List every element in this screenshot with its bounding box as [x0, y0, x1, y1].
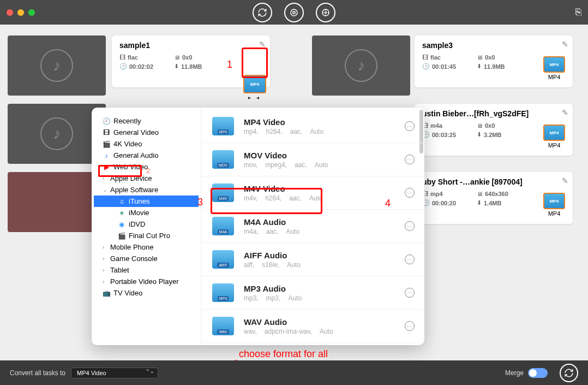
maximize-window-button[interactable]	[28, 9, 35, 16]
mp4-badge-icon: MP4	[543, 56, 565, 73]
sidebar-fcp[interactable]: 🎬Final Cut Pro	[92, 230, 201, 241]
format-icon: M4A	[211, 215, 235, 237]
thumbnail-sample3[interactable]	[312, 35, 410, 96]
format-icon: MP4	[211, 115, 235, 137]
audio-icon: ♪	[103, 152, 110, 159]
library-icon[interactable]: ⎘	[575, 7, 581, 18]
format-icon: MP3	[211, 282, 235, 304]
sidebar-mobile-phone[interactable]: ›Mobile Phone	[92, 241, 201, 253]
music-icon	[345, 49, 377, 82]
format-title: MP3 Audio	[244, 284, 396, 293]
chevron-right-icon: ›	[103, 244, 107, 250]
svg-point-1	[291, 9, 297, 16]
mp4-badge-icon: MP4	[543, 193, 565, 209]
sidebar-idvd[interactable]: ◉iDVD	[92, 218, 201, 230]
edit-icon[interactable]: ✎	[259, 40, 266, 49]
format-label: 🎞m4a	[422, 122, 471, 129]
output-format-button[interactable]: MP4 ▸ ◂	[243, 75, 266, 101]
sidebar-itunes[interactable]: ♫iTunes	[94, 196, 199, 207]
svg-point-0	[293, 11, 296, 14]
format-row-m4a-audio[interactable]: M4A M4A Audio m4a,aac,Auto ⋯	[201, 210, 424, 243]
format-codecs: mp4,h264,aac,Auto	[244, 128, 396, 135]
format-codecs: m4a,aac,Auto	[244, 228, 396, 235]
media-tab-icon[interactable]	[316, 3, 335, 22]
sidebar-game-console[interactable]: ›Game Console	[92, 253, 201, 264]
format-codecs: mp3,mp3,Auto	[244, 294, 396, 302]
resolution-label: 🖥640x360	[477, 191, 526, 197]
dropdown-indicator: ▸ ◂	[243, 94, 266, 100]
more-options-icon[interactable]: ⋯	[405, 321, 415, 331]
format-row-mp4-video[interactable]: MP4 MP4 Video mp4,h264,aac,Auto ⋯	[201, 110, 424, 143]
annotation-number-2: 2	[146, 167, 150, 175]
format-icon: M4V	[211, 182, 235, 204]
output-format-button[interactable]: MP4 MP4	[543, 125, 565, 149]
format-picker-popup: 🕘Recently 🎞General Video 🎬4K Video ♪Gene…	[92, 108, 424, 345]
sidebar-recently[interactable]: 🕘Recently	[92, 115, 201, 127]
output-format-button[interactable]: MP4 MP4	[543, 193, 565, 217]
sidebar-general-video[interactable]: 🎞General Video	[92, 127, 201, 138]
annotation-number-4: 4	[385, 198, 391, 209]
output-format-button[interactable]: MP4 MP4	[543, 56, 565, 80]
sidebar-apple-software[interactable]: ⌄Apple Software	[92, 184, 201, 196]
more-options-icon[interactable]: ⋯	[405, 288, 415, 298]
itunes-icon: ♫	[118, 198, 125, 205]
card-title: uby Short -…ankie [897004]	[422, 177, 531, 186]
format-row-wav-audio[interactable]: WAV WAV Audio wav,adpcm-ima-wav,Auto ⋯	[201, 310, 424, 343]
size-label: ⬇1.4MB	[477, 199, 526, 206]
convert-tab-icon[interactable]	[253, 3, 272, 22]
mp4-badge-icon: MP4	[243, 75, 266, 93]
chevron-right-icon: ›	[103, 267, 107, 273]
output-format-label: MP4	[543, 142, 565, 149]
format-icon: MOV	[211, 149, 235, 170]
close-window-button[interactable]	[7, 9, 13, 16]
start-convert-button[interactable]	[560, 364, 578, 382]
annotation-number-1: 1	[227, 59, 232, 70]
format-codecs: wav,adpcm-ima-wav,Auto	[244, 328, 396, 335]
sidebar-tablet[interactable]: ›Tablet	[92, 264, 201, 276]
convert-all-format-select[interactable]: MP4 Video	[71, 368, 158, 378]
4k-icon: 🎬	[103, 140, 110, 148]
chevron-right-icon: ›	[103, 279, 107, 285]
more-options-icon[interactable]: ⋯	[405, 254, 415, 264]
sidebar-tv-video[interactable]: 📺TV Video	[92, 287, 201, 299]
sidebar-4k-video[interactable]: 🎬4K Video	[92, 138, 201, 150]
more-options-icon[interactable]: ⋯	[405, 221, 415, 231]
more-options-icon[interactable]: ⋯	[405, 188, 415, 198]
idvd-icon: ◉	[118, 221, 125, 228]
sidebar-general-audio[interactable]: ♪General Audio	[92, 150, 201, 161]
thumbnail-sample1[interactable]	[8, 35, 106, 96]
resolution-label: 🖥0x0	[477, 122, 526, 129]
sidebar-imovie[interactable]: ★iMovie	[92, 207, 201, 218]
sidebar-portable-video-player[interactable]: ›Portable Video Player	[92, 276, 201, 287]
format-list[interactable]: MP4 MP4 Video mp4,h264,aac,Auto ⋯ MOV MO…	[201, 108, 424, 345]
output-format-label: MP4	[543, 74, 565, 80]
titlebar: ⎘	[0, 0, 588, 25]
format-row-aiff-audio[interactable]: AIFF AIFF Audio aiff,s16le,Auto ⋯	[201, 243, 424, 276]
format-row-mov-video[interactable]: MOV MOV Video mov,mpeg4,aac,Auto ⋯	[201, 143, 424, 176]
fcp-icon: 🎬	[118, 232, 125, 240]
card-title: sample3	[422, 41, 531, 50]
format-title: WAV Audio	[244, 317, 396, 327]
tv-icon: 📺	[103, 289, 110, 297]
thumbnail-sample2[interactable]	[8, 104, 106, 164]
duration-label: 🕒00:02:02	[119, 63, 169, 70]
chevron-down-icon: ⌄	[103, 187, 107, 193]
merge-toggle[interactable]	[528, 368, 548, 378]
edit-icon[interactable]: ✎	[562, 108, 568, 117]
format-title: MP4 Video	[244, 117, 396, 127]
more-options-icon[interactable]: ⋯	[405, 121, 415, 131]
download-tab-icon[interactable]	[284, 3, 304, 22]
top-tab-icons	[253, 3, 335, 22]
thumbnail-sample5[interactable]	[8, 172, 106, 232]
format-row-mp3-audio[interactable]: MP3 MP3 Audio mp3,mp3,Auto ⋯	[201, 276, 424, 310]
minimize-window-button[interactable]	[17, 9, 24, 16]
main-area: sample1 🎞flac 🖥0x0 🕒00:02:02 ⬇11.8MB ✎ M…	[0, 25, 588, 360]
resolution-label: 🖥0x0	[174, 54, 223, 61]
format-label: 🎞mp4	[422, 191, 471, 197]
chevron-right-icon: ›	[103, 175, 107, 181]
edit-icon[interactable]: ✎	[562, 176, 568, 185]
more-options-icon[interactable]: ⋯	[405, 155, 415, 164]
edit-icon[interactable]: ✎	[562, 40, 568, 49]
format-title: AIFF Audio	[244, 251, 396, 260]
format-row-m4v-video[interactable]: M4V M4V Video m4v,h264,aac,Auto ⋯	[201, 176, 424, 210]
